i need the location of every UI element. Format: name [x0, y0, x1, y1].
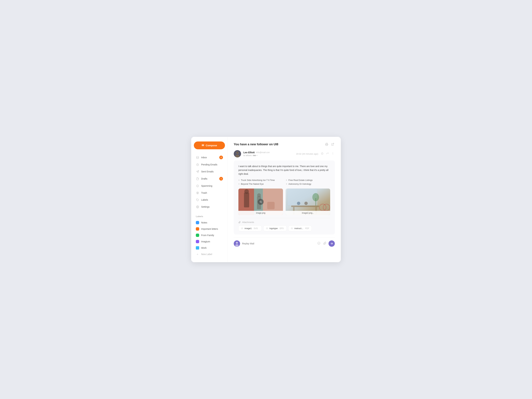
sender-name: Leo Elliott — [243, 151, 255, 154]
popout-button[interactable] — [330, 142, 335, 146]
notes-color-dot — [196, 221, 199, 224]
attachments-title: Attachments — [242, 221, 254, 223]
svg-rect-23 — [267, 202, 275, 209]
label-item-imagium[interactable]: Imagium — [194, 239, 225, 245]
print-button[interactable] — [324, 142, 329, 146]
label-item-important[interactable]: Important letters — [194, 226, 225, 232]
reply-bar — [234, 238, 335, 247]
emoji-button[interactable] — [317, 241, 321, 246]
more-options-button[interactable] — [331, 152, 335, 156]
sidebar-item-spamming[interactable]: Spamming — [194, 183, 225, 189]
bullet-dot — [286, 180, 287, 181]
svg-point-40 — [236, 242, 238, 244]
sidebar-item-sent[interactable]: Sent Emails — [194, 168, 225, 175]
label-item-work[interactable]: Work — [194, 245, 225, 251]
svg-line-25 — [261, 202, 262, 203]
label-name: Imagium — [201, 240, 210, 243]
email-image-1[interactable]: image.png — [238, 189, 283, 215]
email-body-card: I want to talk about to things that are … — [234, 160, 335, 234]
label-name: Notes — [201, 221, 207, 224]
sidebar-item-drafts[interactable]: Drafts 1 — [194, 175, 225, 182]
label-name: Work — [201, 247, 207, 249]
recipient-name: me — [253, 154, 256, 157]
images-row: image.png — [238, 189, 330, 215]
bullet-item-1: Free Real Estate Listings — [286, 179, 330, 181]
label-item-notes[interactable]: Notes — [194, 220, 225, 226]
label-name: Important letters — [201, 228, 218, 230]
svg-point-24 — [260, 201, 261, 203]
sidebar-item-trash[interactable]: Trash — [194, 190, 225, 196]
svg-rect-19 — [244, 192, 249, 207]
svg-point-41 — [235, 244, 239, 247]
bullet-item-2: Beyond The Naked Eye — [238, 183, 283, 185]
svg-point-33 — [323, 204, 330, 211]
trash-icon — [196, 191, 199, 195]
svg-point-20 — [244, 189, 249, 194]
svg-point-31 — [304, 202, 308, 205]
compose-mail-icon: ✉ — [202, 144, 204, 147]
attachment-item-0[interactable]: image1 SVG — [238, 225, 262, 231]
download-icon-0 — [241, 227, 243, 230]
svg-point-32 — [319, 204, 326, 211]
bullet-text: Truck Side Advertising Isn T It Time — [241, 179, 275, 181]
bullet-text: Free Real Estate Listings — [288, 179, 313, 181]
reply-actions — [317, 241, 335, 247]
sidebar-item-labels[interactable]: Labels — [194, 196, 225, 203]
sender-avatar — [234, 150, 241, 158]
sidebar-item-inbox[interactable]: Inbox 2 — [194, 154, 225, 161]
bullet-dot — [238, 183, 240, 184]
important-color-dot — [196, 227, 199, 231]
compose-label: Compose — [206, 144, 217, 147]
sidebar-item-label: Inbox — [201, 156, 207, 159]
svg-point-35 — [312, 193, 319, 201]
sidebar-item-label: Labels — [201, 198, 208, 201]
bullet-item-3: Astronomy Or Astrology — [286, 183, 330, 185]
imagium-color-dot — [196, 240, 199, 243]
attachment-name-2: instruct... — [294, 227, 303, 230]
svg-point-30 — [297, 202, 300, 205]
from-family-color-dot — [196, 234, 199, 237]
compose-button[interactable]: ✉ Compose — [194, 141, 225, 149]
email-image-2[interactable]: image2.png... — [286, 189, 330, 215]
sidebar-item-pending[interactable]: Pending Emails — [194, 161, 225, 168]
svg-point-14 — [237, 152, 238, 154]
reply-input[interactable] — [242, 241, 315, 246]
sidebar-item-settings[interactable]: Settings — [194, 203, 225, 210]
email-header-actions — [324, 142, 335, 146]
drafts-icon — [196, 177, 199, 180]
attachment-name-0: image1 — [245, 227, 252, 230]
attachment-item-1[interactable]: logotype EPS — [263, 225, 287, 231]
sender-meta: 19:32 (44 minutes ago) — [296, 152, 335, 156]
email-body-text: I want to talk about to things that are … — [238, 165, 330, 176]
sidebar-item-label: Settings — [201, 205, 210, 208]
labels-section: Labels Notes Important letters From Fami… — [194, 215, 225, 258]
sidebar: ✉ Compose Inbox 2 Pending Emails — [191, 137, 228, 262]
sidebar-item-label: Trash — [201, 191, 207, 194]
attachment-item-2[interactable]: instruct... PDF — [288, 225, 312, 231]
reply-avatar — [234, 241, 240, 247]
chevron-down-icon[interactable]: ▾ — [257, 154, 257, 156]
svg-point-42 — [318, 242, 320, 244]
label-name: From Family — [201, 234, 214, 237]
star-button[interactable] — [320, 152, 324, 156]
bullet-list: Truck Side Advertising Isn T It Time Fre… — [238, 179, 330, 185]
settings-icon — [196, 205, 199, 209]
label-item-from-family[interactable]: From Family — [194, 232, 225, 238]
sender-name-row: Leo Elliott info@mail.con — [243, 151, 294, 154]
new-label-text: New Label — [201, 253, 212, 255]
attachments-label: Attachments — [238, 221, 330, 223]
attachment-type-0: SVG — [254, 227, 258, 230]
reply-send-button[interactable] — [329, 241, 335, 247]
label-item-new[interactable]: ＋ New Label — [194, 251, 225, 257]
svg-rect-9 — [326, 145, 328, 146]
sidebar-item-label: Pending Emails — [201, 163, 217, 166]
recipient-row: to whom: me ▾ — [243, 154, 294, 157]
svg-line-10 — [332, 143, 334, 145]
attachments-section: Attachments image1 SVG logotype — [238, 218, 330, 231]
clock-icon — [196, 163, 199, 166]
attach-button[interactable] — [323, 241, 327, 246]
image-zoom-button-1[interactable] — [258, 199, 264, 205]
app-container: ✉ Compose Inbox 2 Pending Emails — [191, 137, 341, 262]
nav-list: Inbox 2 Pending Emails Sent Emails — [194, 154, 225, 210]
forward-button[interactable] — [325, 152, 329, 156]
